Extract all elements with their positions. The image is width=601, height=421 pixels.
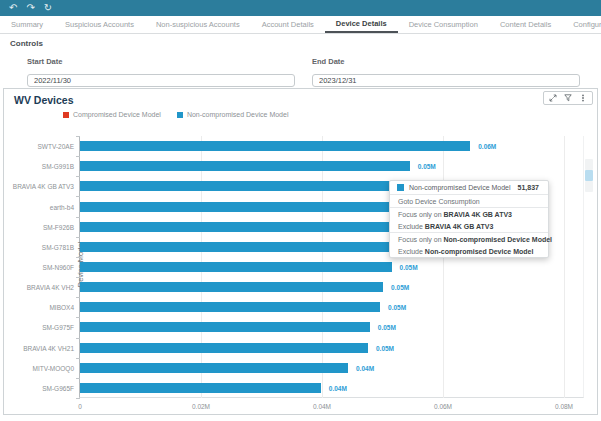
y-tick — [76, 196, 80, 197]
bar-value-label: 0.06M — [478, 143, 496, 150]
undo-icon[interactable]: ↶ — [9, 3, 17, 13]
y-tick — [76, 277, 80, 278]
bar-value-label: 0.05M — [388, 304, 406, 311]
bar-sm-g781b[interactable] — [80, 242, 392, 252]
context-menu-item[interactable]: Focus only on Non-compromised Device Mod… — [390, 232, 548, 245]
category-label: SM-G781B — [0, 243, 74, 250]
bar-value-label: 0.04M — [356, 364, 374, 371]
start-date-field-group: Start Date — [27, 57, 295, 87]
category-label: BRAVIA 4K VH2 — [0, 284, 74, 291]
x-tick-label: 0.04M — [313, 403, 331, 410]
category-label: SWTV-20AE — [0, 143, 74, 150]
tab-suspicious-accounts[interactable]: Suspicious Accounts — [54, 16, 145, 33]
x-tick-label: 0.06M — [434, 403, 452, 410]
y-tick — [76, 237, 80, 238]
context-menu-item[interactable]: Focus only on BRAVIA 4K GB ATV3 — [390, 207, 548, 220]
end-date-label: End Date — [312, 57, 580, 66]
tab-non-suspicious-accounts[interactable]: Non-suspicious Accounts — [145, 16, 251, 33]
bar-sm-g991b[interactable] — [80, 161, 410, 171]
context-menu-series-label: Non-compromised Device Model — [409, 184, 511, 191]
context-menu-header: Non-compromised Device Model 51,837 — [390, 181, 548, 195]
y-tick — [76, 176, 80, 177]
x-tick-label: 0 — [78, 403, 82, 410]
bar-mitv-mooq0[interactable] — [80, 363, 348, 373]
y-tick — [76, 257, 80, 258]
bar-value-label: 0.04M — [329, 384, 347, 391]
bar-sm-n960f[interactable] — [80, 262, 392, 272]
y-tick — [76, 378, 80, 379]
end-date-field-group: End Date — [312, 57, 580, 87]
tab-account-details[interactable]: Account Details — [251, 16, 325, 33]
context-menu-value: 51,837 — [518, 184, 539, 191]
tab-device-details[interactable]: Device Details — [325, 16, 398, 33]
bar-sm-f926b[interactable] — [80, 222, 393, 232]
bar-mibox4[interactable] — [80, 302, 380, 312]
category-label: earth-b4 — [0, 203, 74, 210]
y-tick — [76, 156, 80, 157]
expand-icon[interactable] — [549, 94, 557, 102]
start-date-input[interactable] — [27, 74, 295, 87]
category-label: MITV-MOOQ0 — [0, 364, 74, 371]
context-menu-item[interactable]: Goto Device Consumption — [390, 195, 548, 207]
category-label: BRAVIA 4K VH21 — [0, 344, 74, 351]
y-tick — [76, 338, 80, 339]
legend-swatch-icon — [177, 112, 183, 118]
start-date-label: Start Date — [27, 57, 295, 66]
x-tick-label: 0.08M — [555, 403, 573, 410]
y-tick — [76, 217, 80, 218]
context-menu-item[interactable]: Exclude BRAVIA 4K GB ATV3 — [390, 220, 548, 232]
chart-vertical-scrollbar[interactable] — [585, 159, 593, 192]
wv-devices-chart-card: WV Devices Compromised Device ModelNon-c… — [3, 88, 598, 415]
scrollbar-thumb[interactable] — [585, 170, 593, 181]
category-label: SM-F926B — [0, 223, 74, 230]
x-tick-label: 0.02M — [192, 403, 210, 410]
redo-icon[interactable]: ↷ — [26, 3, 34, 13]
bar-sm-g965f[interactable] — [80, 383, 321, 393]
y-tick — [76, 297, 80, 298]
category-label: SM-G975F — [0, 324, 74, 331]
legend-swatch-icon — [63, 112, 69, 118]
filter-icon[interactable] — [564, 94, 572, 102]
legend-item[interactable]: Non-compromised Device Model — [177, 111, 289, 118]
controls-section: Controls Start Date End Date — [0, 34, 601, 87]
chart-title: WV Devices — [14, 94, 74, 106]
tab-configuration[interactable]: Configuration — [562, 16, 601, 33]
controls-title: Controls — [10, 39, 601, 48]
category-label: SM-N960F — [0, 264, 74, 271]
bar-bravia-4k-vh21[interactable] — [80, 343, 368, 353]
context-menu-item[interactable]: Exclude Non-compromised Device Model — [390, 245, 548, 257]
bar-value-label: 0.05M — [418, 163, 436, 170]
scrollbar-track-bottom — [585, 181, 593, 192]
context-menu: Non-compromised Device Model 51,837 Goto… — [389, 180, 549, 258]
chart-toolbar — [543, 91, 593, 105]
series-swatch-icon — [397, 184, 404, 191]
kebab-menu-icon[interactable] — [579, 94, 587, 102]
bar-bravia-4k-vh2[interactable] — [80, 282, 383, 292]
bar-earth-b4[interactable] — [80, 202, 393, 212]
bar-bravia-4k-gb-atv3[interactable] — [80, 181, 394, 191]
category-label: MIBOX4 — [0, 304, 74, 311]
tab-content-details[interactable]: Content Details — [489, 16, 562, 33]
bar-value-label: 0.05M — [378, 324, 396, 331]
category-label: SM-G965F — [0, 384, 74, 391]
app-toolbar: ↶↷↻ — [0, 0, 601, 16]
y-tick — [76, 136, 80, 137]
legend-label: Non-compromised Device Model — [187, 111, 289, 118]
legend-label: Compromised Device Model — [73, 111, 161, 118]
tab-summary[interactable]: Summary — [0, 16, 54, 33]
gridline — [564, 136, 565, 398]
tab-bar: SummarySuspicious AccountsNon-suspicious… — [0, 16, 601, 34]
bar-swtv-20ae[interactable] — [80, 141, 470, 151]
category-label: BRAVIA 4K GB ATV3 — [0, 183, 74, 190]
chart-legend: Compromised Device ModelNon-compromised … — [63, 111, 288, 118]
end-date-input[interactable] — [312, 74, 580, 87]
scrollbar-track-top — [585, 159, 593, 170]
refresh-icon[interactable]: ↻ — [44, 3, 52, 13]
y-tick — [76, 358, 80, 359]
tab-device-consumption[interactable]: Device Consumption — [398, 16, 489, 33]
plot-area: Device Model 00.02M0.04M0.06M0.08MSWTV-2… — [79, 136, 584, 398]
bar-value-label: 0.05M — [391, 284, 409, 291]
bar-sm-g975f[interactable] — [80, 322, 370, 332]
gridline — [443, 136, 444, 398]
legend-item[interactable]: Compromised Device Model — [63, 111, 161, 118]
